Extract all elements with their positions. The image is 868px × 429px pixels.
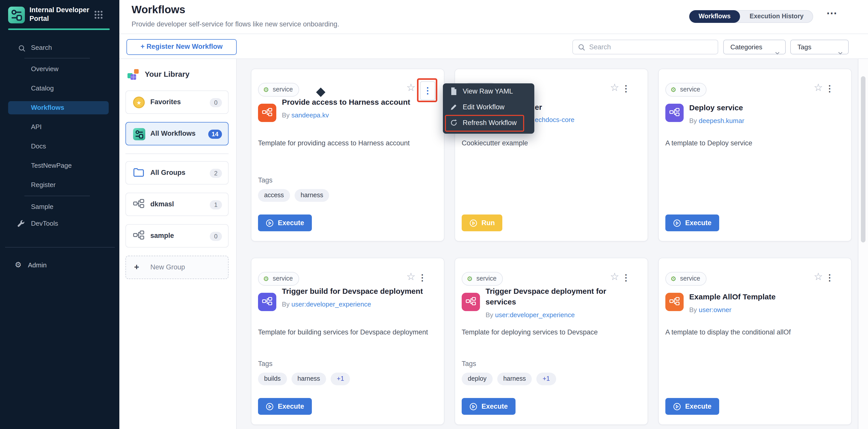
author-link[interactable]: sandeepa.kv — [291, 111, 329, 119]
favorite-star-icon[interactable]: ☆ — [610, 270, 619, 283]
sidebar-item-devtools[interactable]: DevTools — [0, 217, 119, 230]
menu-item-refresh-workflow[interactable]: Refresh Workflow — [443, 115, 534, 131]
author-link[interactable]: user:developer_experience — [495, 311, 575, 319]
play-icon — [469, 402, 477, 410]
kebab-menu-icon[interactable]: ⋮ — [822, 271, 837, 284]
tag-pill[interactable]: builds — [258, 373, 287, 385]
workflow-tile-icon — [665, 104, 684, 122]
tag-pill[interactable]: deploy — [462, 373, 493, 385]
categories-dropdown[interactable]: Categories — [723, 40, 786, 54]
favorite-star-icon[interactable]: ☆ — [406, 270, 415, 283]
gear-icon: ⚙ — [467, 273, 473, 285]
register-new-workflow-button[interactable]: + Register New Workflow — [126, 39, 237, 55]
tab-workflows[interactable]: Workflows — [689, 10, 740, 23]
sidebar-item-api[interactable]: API — [0, 120, 119, 134]
search-icon — [18, 44, 26, 57]
filter-bar: + Register New Workflow Categories Tags — [119, 34, 868, 59]
count-badge: 0 — [210, 98, 222, 107]
sidebar-item-label: Overview — [31, 62, 58, 76]
library-panel: Your Library ★Favorites0All Workflows14A… — [119, 59, 237, 429]
play-icon — [266, 402, 274, 410]
library-item-label: dkmasl — [150, 200, 174, 208]
context-menu: View Raw YAMLEdit WorkflowRefresh Workfl… — [443, 83, 534, 134]
kebab-menu-icon[interactable]: ⋮ — [822, 82, 837, 95]
action-button-label: Run — [482, 219, 495, 227]
execute-button[interactable]: Execute — [258, 398, 312, 415]
run-button[interactable]: Run — [462, 214, 502, 231]
kebab-menu-icon[interactable]: ⋮ — [619, 271, 633, 284]
library-item-label: sample — [150, 232, 174, 239]
page-title: Workflows — [131, 4, 185, 16]
sidebar-item-search[interactable]: Search — [0, 41, 119, 54]
tags-dropdown[interactable]: Tags — [790, 40, 849, 54]
tag-pill[interactable]: harness — [291, 373, 326, 385]
wrench-icon — [17, 220, 25, 233]
sidebar-item-overview[interactable]: Overview — [0, 62, 119, 76]
execute-button[interactable]: Execute — [665, 398, 719, 415]
page-header: Workflows Provide developer self-service… — [119, 0, 868, 34]
tags-label: Tags — [462, 360, 476, 368]
author-link[interactable]: deepesh.kumar — [699, 117, 744, 124]
tag-pill[interactable]: harness — [497, 373, 532, 385]
group-hierarchy-icon — [133, 199, 145, 211]
author-link-fragment[interactable]: echdocs-core — [535, 116, 575, 123]
apps-grid-icon[interactable] — [94, 10, 103, 19]
library-item-dkmasl[interactable]: dkmasl1 — [125, 193, 228, 216]
favorite-star-icon[interactable]: ☆ — [814, 270, 823, 283]
workflow-title: Provide access to Harness accountBy sand… — [282, 96, 430, 120]
library-item-all-groups[interactable]: All Groups2 — [125, 161, 228, 184]
scrollbar-track[interactable] — [858, 59, 868, 429]
sidebar-item-admin[interactable]: Admin — [28, 261, 47, 269]
execute-button[interactable]: Execute — [258, 214, 312, 231]
menu-item-edit-workflow[interactable]: Edit Workflow — [443, 99, 534, 115]
sidebar-item-catalog[interactable]: Catalog — [0, 82, 119, 95]
sidebar-item-docs[interactable]: Docs — [0, 140, 119, 153]
by-label: By — [689, 117, 699, 124]
workflow-author-line: By deepesh.kumar — [689, 115, 838, 126]
library-item-favorites[interactable]: ★Favorites0 — [125, 90, 228, 114]
new-group-button[interactable]: +New Group — [125, 256, 228, 279]
menu-item-view-raw-yaml[interactable]: View Raw YAML — [443, 83, 534, 99]
workflow-description: Template for deploying services to Devsp… — [462, 327, 640, 338]
by-label: By — [282, 111, 291, 119]
library-header: Your Library — [126, 68, 140, 80]
sidebar-item-testnewpage[interactable]: TestNewPage — [0, 159, 119, 172]
library-item-sample[interactable]: sample0 — [125, 224, 228, 248]
favorite-star-icon[interactable]: ☆ — [406, 81, 415, 93]
favorite-star-icon[interactable]: ☆ — [610, 81, 619, 93]
more-options-icon[interactable]: ⋯ — [826, 7, 838, 19]
gear-icon: ⚙ — [671, 83, 676, 96]
favorite-star-icon[interactable]: ☆ — [814, 81, 823, 93]
plus-icon: + — [134, 262, 139, 273]
execute-button[interactable]: Execute — [462, 398, 516, 415]
sidebar-item-workflows[interactable]: Workflows — [8, 101, 109, 114]
workflow-card: ⚙service☆⋮Trigger Devspace deployment fo… — [455, 258, 648, 425]
gear-icon: ⚙ — [15, 260, 22, 269]
brand-title: Internal Developer Portal — [29, 6, 93, 23]
tab-execution-history[interactable]: Execution History — [740, 11, 813, 22]
author-link[interactable]: user:owner — [699, 306, 732, 314]
tags-label: Tags — [258, 360, 273, 368]
execute-button[interactable]: Execute — [665, 214, 719, 231]
library-item-all-workflows[interactable]: All Workflows14 — [125, 122, 228, 145]
page-subtitle: Provide developer self-service for flows… — [131, 20, 339, 28]
workflow-description: A template to Deploy service — [665, 138, 843, 148]
count-badge: 14 — [208, 130, 222, 139]
library-divider — [125, 153, 228, 154]
sidebar-divider — [5, 247, 115, 248]
kebab-menu-icon[interactable]: ⋮ — [619, 82, 633, 95]
tag-pill[interactable]: access — [258, 189, 290, 202]
tag-pill[interactable]: harness — [294, 189, 329, 202]
scrollbar-thumb[interactable] — [861, 76, 865, 242]
sidebar-item-sample[interactable]: Sample — [0, 200, 119, 213]
kebab-menu-icon[interactable]: ⋮ — [415, 271, 430, 284]
search-input[interactable] — [588, 41, 715, 53]
sidebar-item-register[interactable]: Register — [0, 178, 119, 192]
tag-overflow-pill[interactable]: +1 — [536, 373, 556, 385]
author-link[interactable]: user:developer_experience — [291, 301, 371, 308]
workflow-tile-icon — [258, 104, 276, 122]
tag-overflow-pill[interactable]: +1 — [331, 373, 350, 385]
library-cubes-icon — [126, 74, 140, 83]
search-icon — [578, 43, 586, 53]
workflow-description: Template for building services for Devsp… — [258, 327, 436, 338]
